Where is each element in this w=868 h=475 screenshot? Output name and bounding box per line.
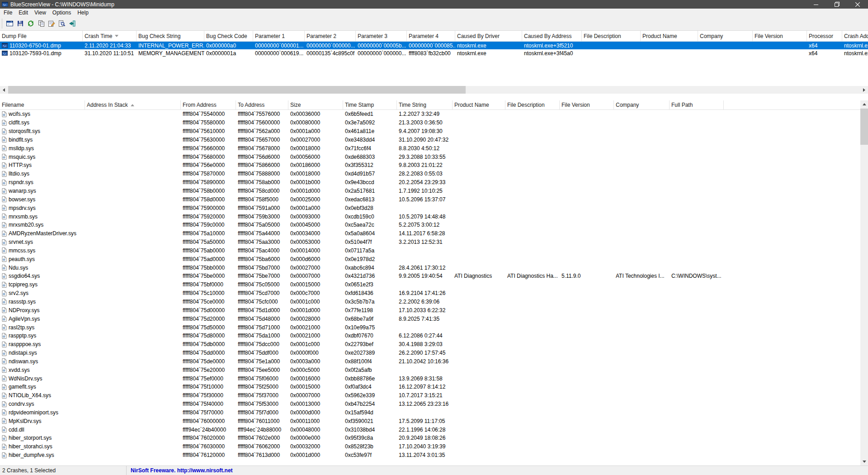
vertical-scrollbar[interactable]	[860, 100, 868, 466]
module-row[interactable]: raspppoe.sysfffff804`75db0000fffff804`75…	[0, 340, 860, 349]
menu-view[interactable]: View	[31, 9, 49, 16]
module-column-product-name[interactable]: Product Name	[453, 100, 505, 109]
pane-splitter[interactable]	[0, 94, 868, 100]
scroll-left-arrow[interactable]	[0, 86, 8, 94]
module-row[interactable]: wcifs.sysfffff804`75540000fffff804`75576…	[0, 110, 860, 119]
crash-column-product-name[interactable]: Product Name	[641, 31, 698, 41]
module-row[interactable]: mmcss.sysfffff804`75ab0000fffff804`75ac4…	[0, 247, 860, 255]
module-row[interactable]: Ndu.sysfffff804`75bb0000fffff804`75bd700…	[0, 263, 860, 272]
module-row[interactable]: cdd.dllffff94ec`24b40000ffff94ec`24b8800…	[0, 425, 860, 434]
module-column-time-string[interactable]: Time String	[397, 100, 453, 109]
module-row[interactable]: condrv.sysfffff804`75f40000fffff804`75f5…	[0, 400, 860, 408]
module-row[interactable]: rassstp.sysfffff804`75ce0000fffff804`75c…	[0, 298, 860, 306]
crash-column-dump-file[interactable]: Dump File	[0, 31, 83, 41]
cell-full-path	[670, 247, 724, 255]
module-column-filename[interactable]: Filename	[0, 100, 85, 109]
refresh-icon[interactable]	[25, 19, 36, 29]
module-row[interactable]: WdNisDrv.sysfffff804`75ef0000fffff804`75…	[0, 374, 860, 383]
module-row[interactable]: hiber_storport.sysfffff804`76020000fffff…	[0, 434, 860, 442]
module-row[interactable]: srv2.sysfffff804`75c10000fffff804`75cd70…	[0, 289, 860, 298]
module-row[interactable]: ndiswan.sysfffff804`75de0000fffff804`75e…	[0, 357, 860, 366]
module-row[interactable]: MpKslDrv.sysfffff804`76000000fffff804`76…	[0, 417, 860, 425]
module-column-file-description[interactable]: File Description	[505, 100, 560, 109]
module-row[interactable]: rasl2tp.sysfffff804`75d50000fffff804`75d…	[0, 323, 860, 332]
module-row[interactable]: NDProxy.sysfffff804`75d00000fffff804`75d…	[0, 306, 860, 314]
module-row[interactable]: HTTP.sysfffff804`756e0000fffff804`758660…	[0, 161, 860, 170]
module-row[interactable]: gameflt.sysfffff804`75f10000fffff804`75f…	[0, 383, 860, 391]
module-column-company[interactable]: Company	[614, 100, 670, 109]
scroll-right-arrow[interactable]	[860, 86, 868, 94]
module-row[interactable]: xvdd.sysfffff804`75e20000fffff804`75ee50…	[0, 366, 860, 374]
scroll-down-arrow[interactable]	[860, 458, 868, 466]
nirsoft-link[interactable]: NirSoft Freeware. http://www.nirsoft.net	[127, 467, 233, 474]
module-column-file-version[interactable]: File Version	[560, 100, 614, 109]
module-row[interactable]: NTIOLib_X64.sysfffff804`75f30000fffff804…	[0, 391, 860, 400]
find-icon[interactable]	[57, 19, 67, 29]
horizontal-scrollbar[interactable]	[0, 86, 868, 94]
module-row[interactable]: wanarp.sysfffff804`758b0000fffff804`758c…	[0, 187, 860, 195]
cell-time-stamp: 0x95f39c8a	[343, 434, 397, 442]
crash-column-parameter-1[interactable]: Parameter 1	[253, 31, 305, 41]
module-row[interactable]: bowser.sysfffff804`758d0000fffff804`758f…	[0, 195, 860, 204]
properties-icon[interactable]	[46, 19, 57, 29]
module-row[interactable]: AMDRyzenMasterDriver.sysfffff804`75a1000…	[0, 229, 860, 238]
module-column-size[interactable]: Size	[288, 100, 343, 109]
module-row[interactable]: rdpvideominiport.sysfffff804`75f70000fff…	[0, 408, 860, 417]
module-column-address-in-stack[interactable]: Address In Stack	[85, 100, 181, 109]
module-row[interactable]: ndistapi.sysfffff804`75dd0000fffff804`75…	[0, 349, 860, 357]
module-row[interactable]: rspndr.sysfffff804`75890000fffff804`758a…	[0, 178, 860, 187]
crash-column-crash-time[interactable]: Crash Time	[83, 31, 137, 41]
menu-help[interactable]: Help	[74, 9, 92, 16]
module-row[interactable]: storqosflt.sysfffff804`75610000fffff804`…	[0, 127, 860, 136]
save-icon[interactable]	[15, 19, 25, 29]
crash-column-file-description[interactable]: File Description	[582, 31, 641, 41]
restore-button[interactable]	[826, 0, 847, 9]
exit-icon[interactable]	[67, 19, 77, 29]
crash-column-parameter-2[interactable]: Parameter 2	[305, 31, 356, 41]
module-row[interactable]: cldflt.sysfffff804`75580000fffff804`7560…	[0, 119, 860, 127]
module-row[interactable]: mpsdrv.sysfffff804`75900000fffff804`7591…	[0, 204, 860, 212]
module-column-to-address[interactable]: To Address	[236, 100, 288, 109]
module-row[interactable]: tcpipreg.sysfffff804`75bf0000fffff804`75…	[0, 280, 860, 289]
module-row[interactable]: hiber_storahci.sysfffff804`76030000fffff…	[0, 442, 860, 451]
module-row[interactable]: srvnet.sysfffff804`75a50000fffff804`75aa…	[0, 238, 860, 247]
module-column-from-address[interactable]: From Address	[181, 100, 236, 109]
minimize-button[interactable]	[806, 0, 826, 9]
module-row[interactable]: raspptp.sysfffff804`75d80000fffff804`75d…	[0, 332, 860, 340]
module-row[interactable]: hiber_dumpfve.sysfffff804`76120000fffff8…	[0, 451, 860, 460]
crash-row-selected[interactable]: 110320-6750-01.dmp2.11.2020 21:04:33INTE…	[0, 42, 868, 49]
cell-file-version	[560, 152, 614, 161]
menu-options[interactable]: Options	[49, 9, 74, 16]
module-row[interactable]: ssgdio64.sysfffff804`75be0000fffff804`75…	[0, 272, 860, 280]
close-button[interactable]	[847, 0, 868, 9]
module-row[interactable]: msquic.sysfffff804`75680000fffff804`756d…	[0, 152, 860, 161]
crash-column-bug-check-code[interactable]: Bug Check Code	[204, 31, 253, 41]
module-row[interactable]: mrxsmb.sysfffff804`75920000fffff804`759b…	[0, 212, 860, 221]
module-row[interactable]: peauth.sysfffff804`75ad0000fffff804`75ba…	[0, 255, 860, 263]
menu-file[interactable]: File	[0, 9, 15, 16]
crash-column-crash-address[interactable]: Crash Address	[842, 31, 868, 41]
crash-column-bug-check-string[interactable]: Bug Check String	[137, 31, 204, 41]
copy-icon[interactable]	[36, 19, 46, 29]
dump-window-icon[interactable]	[5, 19, 15, 29]
module-row[interactable]: mrxsmb20.sysfffff804`759c0000fffff804`75…	[0, 221, 860, 229]
vertical-scroll-thumb[interactable]	[860, 109, 868, 145]
module-column-time-stamp[interactable]: Time Stamp	[343, 100, 397, 109]
module-row[interactable]: AgileVpn.sysfffff804`75d20000fffff804`75…	[0, 314, 860, 323]
crash-row[interactable]: 103120-7593-01.dmp31.10.2020 11:10:51MEM…	[0, 49, 868, 57]
crash-column-parameter-4[interactable]: Parameter 4	[407, 31, 455, 41]
crash-column-caused-by-address[interactable]: Caused By Address	[522, 31, 582, 41]
crash-column-processor[interactable]: Processor	[807, 31, 842, 41]
module-column-full-path[interactable]: Full Path	[670, 100, 724, 109]
crash-column-parameter-3[interactable]: Parameter 3	[356, 31, 407, 41]
cell-company	[614, 110, 670, 119]
scroll-up-arrow[interactable]	[860, 100, 868, 108]
module-row[interactable]: mslldp.sysfffff804`75660000fffff804`7567…	[0, 144, 860, 152]
module-row[interactable]: lltdio.sysfffff804`75870000fffff804`7588…	[0, 170, 860, 178]
crash-column-caused-by-driver[interactable]: Caused By Driver	[455, 31, 522, 41]
horizontal-scroll-thumb[interactable]	[8, 86, 466, 94]
crash-column-file-version[interactable]: File Version	[753, 31, 807, 41]
crash-column-company[interactable]: Company	[698, 31, 753, 41]
module-row[interactable]: bindflt.sysfffff804`75630000fffff804`756…	[0, 136, 860, 144]
menu-edit[interactable]: Edit	[15, 9, 31, 16]
